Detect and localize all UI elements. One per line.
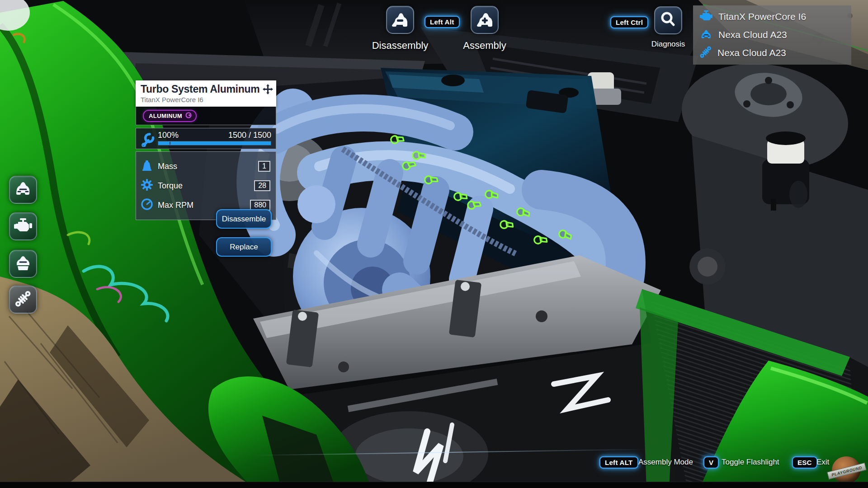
suspension-icon — [700, 46, 712, 60]
exit-hint: Exit — [816, 458, 829, 467]
vehicle-row-engine[interactable]: TitanX PowerCore I6 — [693, 8, 851, 26]
engine-icon — [700, 10, 712, 23]
condition-percent: 100% — [158, 131, 179, 140]
condition-bar-fill — [158, 141, 271, 145]
flashlight-hint: Toggle Flashlight — [722, 458, 779, 467]
mode-keycap: Left Alt — [425, 16, 460, 28]
flashlight-keycap: V — [703, 456, 719, 469]
move-icon[interactable] — [263, 84, 273, 96]
material-section: ALUMINUM — [136, 107, 276, 125]
stat-label-torque: Torque — [158, 181, 250, 191]
sidebar-engine-view-button[interactable] — [9, 212, 37, 240]
vehicle-info-panel: TitanX PowerCore I6 Nexa Cloud A23 — [693, 5, 851, 65]
game-screen: Disassembly Left Alt Assembly Left Ctrl … — [0, 0, 868, 488]
car-minus-icon — [391, 10, 409, 30]
diagnosis-button[interactable] — [654, 6, 682, 34]
material-badge: ALUMINUM — [143, 110, 197, 122]
condition-bar-tick — [170, 142, 170, 145]
mass-icon — [141, 159, 153, 174]
material-badge-label: ALUMINUM — [149, 113, 182, 119]
car-icon — [700, 28, 712, 41]
condition-section: 100% 1500 / 1500 — [136, 128, 276, 149]
material-ring-icon — [185, 112, 192, 120]
stat-label-mass: Mass — [158, 162, 254, 171]
stat-value-mass: 1 — [258, 161, 270, 172]
vehicle-row-suspension[interactable]: Nexa Cloud A23 — [693, 44, 851, 62]
sidebar-suspension-view-button[interactable] — [9, 286, 37, 314]
sidebar-car-view-button[interactable] — [9, 176, 37, 204]
sidebar-body-view-button[interactable] — [9, 250, 37, 278]
part-source-vehicle: TitanX PowerCore I6 — [141, 96, 272, 103]
assembly-label: Assembly — [463, 40, 506, 52]
stat-label-rpm: Max RPM — [158, 201, 245, 210]
torque-gear-icon — [141, 178, 153, 193]
disassembly-mode-button[interactable] — [386, 6, 414, 34]
vehicle-row-car[interactable]: Nexa Cloud A23 — [693, 26, 851, 44]
search-icon — [660, 11, 677, 30]
assembly-mode-hint: Assembly Mode — [638, 458, 693, 467]
replace-button[interactable]: Replace — [216, 237, 272, 257]
stat-value-torque: 28 — [254, 180, 270, 191]
assembly-mode-button[interactable] — [471, 6, 499, 34]
vehicle-suspension-name: Nexa Cloud A23 — [717, 47, 786, 58]
vehicle-engine-name: TitanX PowerCore I6 — [718, 11, 806, 22]
car-front-icon — [14, 181, 32, 199]
stat-row-mass: Mass 1 — [141, 159, 270, 174]
rpm-gauge-icon — [141, 198, 153, 212]
disassemble-button[interactable]: Disassemble — [216, 209, 272, 229]
diagnosis-keycap: Left Ctrl — [610, 16, 648, 28]
engine-icon — [14, 217, 32, 235]
bottom-letterbox — [0, 482, 868, 488]
part-card-header: Turbo System Aluminum TitanX PowerCore I… — [136, 80, 276, 107]
suspension-icon — [14, 290, 32, 309]
engine-bay-scene — [0, 0, 868, 488]
car-plus-icon — [476, 10, 494, 30]
car-body-icon — [14, 255, 32, 273]
assembly-mode-keycap: Left ALT — [599, 456, 638, 469]
diagnosis-label: Diagnosis — [651, 40, 685, 49]
condition-value: 1500 / 1500 — [228, 131, 271, 140]
part-title: Turbo System Aluminum — [141, 83, 272, 95]
condition-bar — [158, 141, 271, 145]
vehicle-body-name: Nexa Cloud A23 — [718, 29, 787, 40]
stat-row-torque: Torque 28 — [141, 178, 270, 193]
exit-keycap: ESC — [792, 456, 817, 469]
wrench-icon — [140, 132, 155, 149]
part-info-card: Turbo System Aluminum TitanX PowerCore I… — [136, 80, 276, 220]
playground-watermark: PLAYGROUND — [831, 455, 862, 484]
disassembly-label: Disassembly — [372, 40, 429, 52]
